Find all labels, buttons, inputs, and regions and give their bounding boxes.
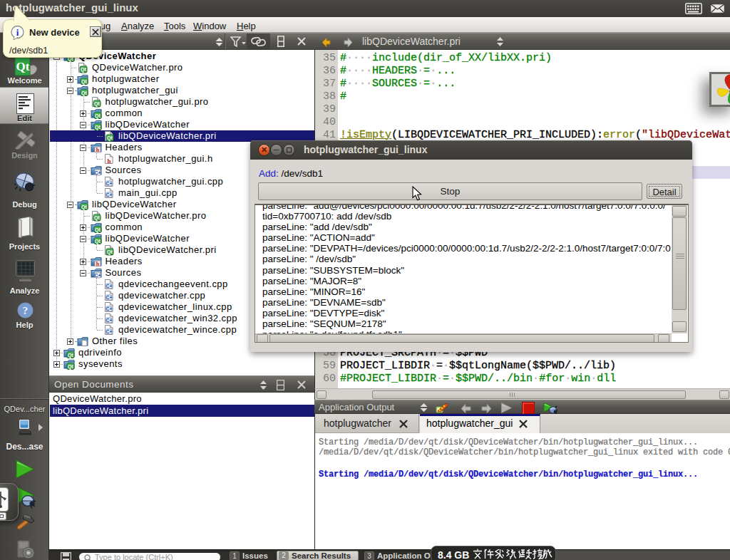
svg-text:?: ? (23, 305, 29, 316)
svg-text:Qt: Qt (16, 60, 30, 73)
svg-text:i: i (16, 27, 19, 38)
